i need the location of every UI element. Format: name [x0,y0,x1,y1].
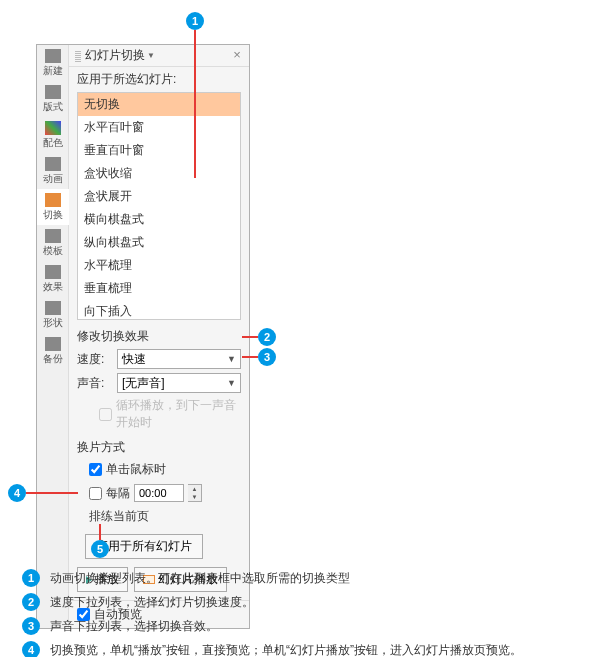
sidebar-item-animation[interactable]: 动画 [37,153,69,189]
sidebar-label: 模板 [43,244,63,258]
sidebar-label: 配色 [43,136,63,150]
transition-icon [45,193,61,207]
sidebar-item-shape[interactable]: 形状 [37,297,69,333]
callout-badge-3: 3 [258,348,276,366]
legend-badge-3: 3 [22,617,40,635]
sidebar-label: 切换 [43,208,63,222]
chevron-down-icon: ▼ [227,354,236,364]
callout-badge-2: 2 [258,328,276,346]
panel-header: 幻灯片切换 ▼ × [69,45,249,67]
list-item[interactable]: 盒状收缩 [78,162,240,185]
list-item[interactable]: 盒状展开 [78,185,240,208]
sidebar-item-template[interactable]: 模板 [37,225,69,261]
modify-section-label: 修改切换效果 [69,324,249,347]
list-item[interactable]: 无切换 [78,93,240,116]
spinner-down-icon[interactable]: ▼ [188,493,201,501]
sidebar-item-new[interactable]: 新建 [37,45,69,81]
spinner-up-icon[interactable]: ▲ [188,485,201,493]
chevron-down-icon: ▼ [227,378,236,388]
speed-value: 快速 [122,351,146,368]
callout-line-5 [99,524,101,540]
interval-input[interactable] [134,484,184,502]
list-item[interactable]: 垂直百叶窗 [78,139,240,162]
callout-line-4 [26,492,78,494]
list-item[interactable]: 水平梳理 [78,254,240,277]
close-button[interactable]: × [229,47,245,62]
sidebar-label: 动画 [43,172,63,186]
list-item[interactable]: 横向棋盘式 [78,208,240,231]
drag-handle-icon[interactable] [75,50,81,62]
loop-label: 循环播放，到下一声音开始时 [116,397,241,431]
loop-checkbox [99,408,112,421]
new-icon [45,49,61,63]
callout-badge-5: 5 [91,540,109,558]
slide-transition-panel: 新建 版式 配色 动画 切换 模板 效果 形状 备份 幻灯片切换 ▼ × 应用于… [36,44,250,629]
list-item[interactable]: 垂直梳理 [78,277,240,300]
every-checkbox[interactable] [89,487,102,500]
callout-badge-1: 1 [186,12,204,30]
sidebar-label: 效果 [43,280,63,294]
callout-line-2 [242,336,258,338]
effects-icon [45,265,61,279]
list-item[interactable]: 向下插入 [78,300,240,319]
callout-line-1 [194,30,196,178]
panel-title: 幻灯片切换 [85,47,145,64]
legend-badge-4: 4 [22,641,40,657]
sound-value: [无声音] [122,375,165,392]
sound-label: 声音: [77,375,113,392]
sidebar-item-color[interactable]: 配色 [37,117,69,153]
on-click-label: 单击鼠标时 [106,461,166,478]
on-click-checkbox[interactable] [89,463,102,476]
sidebar-item-effects[interactable]: 效果 [37,261,69,297]
legend-row: 2速度下拉列表，选择幻灯片切换速度。 [22,593,582,611]
sidebar-label: 备份 [43,352,63,366]
rehearse-link[interactable]: 排练当前页 [69,505,249,528]
list-item[interactable]: 水平百叶窗 [78,116,240,139]
sidebar-label: 版式 [43,100,63,114]
legend-text: 动画切换类型列表。可在此列表框中选取所需的切换类型 [50,569,350,587]
sidebar-label: 形状 [43,316,63,330]
sound-row: 声音: [无声音] ▼ [69,371,249,395]
legend-text: 速度下拉列表，选择幻灯片切换速度。 [50,593,254,611]
legend-row: 1动画切换类型列表。可在此列表框中选取所需的切换类型 [22,569,582,587]
legend-badge-1: 1 [22,569,40,587]
legend-text: 声音下拉列表，选择切换音效。 [50,617,218,635]
callout-badge-4: 4 [8,484,26,502]
chevron-down-icon[interactable]: ▼ [147,51,155,60]
list-item[interactable]: 纵向棋盘式 [78,231,240,254]
interval-spinner[interactable]: ▲ ▼ [188,484,202,502]
sound-dropdown[interactable]: [无声音] ▼ [117,373,241,393]
speed-dropdown[interactable]: 快速 ▼ [117,349,241,369]
animation-icon [45,157,61,171]
transition-listbox[interactable]: 无切换 水平百叶窗 垂直百叶窗 盒状收缩 盒状展开 横向棋盘式 纵向棋盘式 水平… [77,92,241,320]
backup-icon [45,337,61,351]
sidebar-item-backup[interactable]: 备份 [37,333,69,369]
sidebar: 新建 版式 配色 动画 切换 模板 效果 形状 备份 [37,45,69,628]
shape-icon [45,301,61,315]
every-row: 每隔 ▲ ▼ [69,481,249,505]
speed-label: 速度: [77,351,113,368]
legend-text: 切换预览，单机“播放”按钮，直接预览；单机“幻灯片播放”按钮，进入幻灯片播放页预… [50,641,522,657]
speed-row: 速度: 快速 ▼ [69,347,249,371]
sidebar-label: 新建 [43,64,63,78]
callout-legend: 1动画切换类型列表。可在此列表框中选取所需的切换类型 2速度下拉列表，选择幻灯片… [22,569,582,657]
advance-section-label: 换片方式 [69,435,249,458]
template-icon [45,229,61,243]
loop-sound-row: 循环播放，到下一声音开始时 [69,395,249,435]
on-click-row: 单击鼠标时 [69,458,249,481]
callout-line-3 [242,356,258,358]
sidebar-item-layout[interactable]: 版式 [37,81,69,117]
every-label: 每隔 [106,485,130,502]
legend-badge-2: 2 [22,593,40,611]
layout-icon [45,85,61,99]
legend-row: 4切换预览，单机“播放”按钮，直接预览；单机“幻灯片播放”按钮，进入幻灯片播放页… [22,641,582,657]
legend-row: 3声音下拉列表，选择切换音效。 [22,617,582,635]
sidebar-item-transition[interactable]: 切换 [37,189,69,225]
apply-to-selected-label: 应用于所选幻灯片: [69,67,249,92]
color-icon [45,121,61,135]
